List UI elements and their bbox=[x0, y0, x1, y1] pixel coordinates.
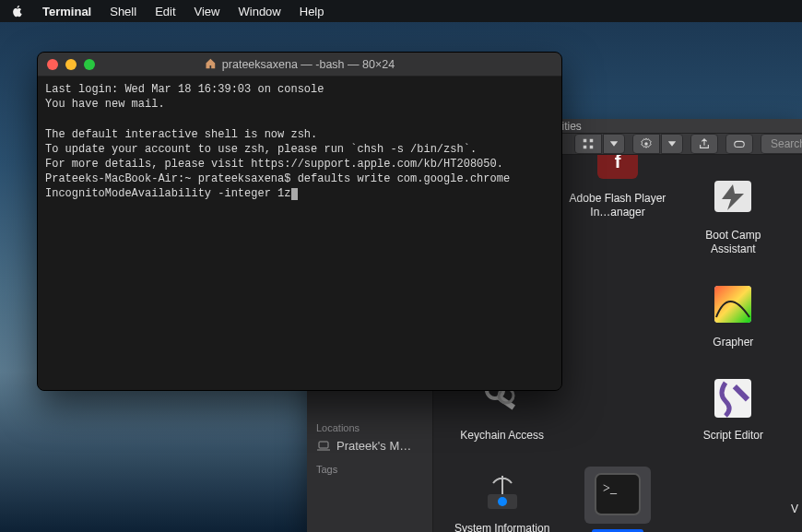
apple-menu-icon[interactable] bbox=[11, 5, 24, 18]
minimize-button[interactable] bbox=[65, 59, 77, 70]
app-label-partial: V bbox=[791, 502, 798, 515]
terminal-body[interactable]: Last login: Wed Mar 18 16:39:03 on conso… bbox=[38, 77, 561, 390]
svg-rect-1 bbox=[590, 139, 594, 143]
terminal-titlebar[interactable]: prateeksaxena — -bash — 80×24 bbox=[38, 53, 561, 77]
terminal-title: prateeksaxena — -bash — 80×24 bbox=[222, 58, 395, 71]
menubar-edit[interactable]: Edit bbox=[155, 5, 175, 18]
sidebar-tags-label: Tags bbox=[316, 464, 423, 475]
desktop: Utilities bbox=[0, 22, 802, 532]
window-controls bbox=[47, 59, 95, 70]
system-menubar: Terminal Shell Edit View Window Help bbox=[0, 0, 802, 22]
menubar-view[interactable]: View bbox=[195, 5, 220, 18]
terminal-line: Prateeks-MacBook-Air:~ prateeksaxena$ de… bbox=[45, 172, 516, 200]
terminal-line: The default interactive shell is now zsh… bbox=[45, 128, 317, 141]
view-icons-button[interactable] bbox=[574, 134, 602, 154]
app-script-editor[interactable]: Script Editor bbox=[682, 373, 784, 443]
app-bootcamp[interactable]: Boot Camp Assistant bbox=[682, 173, 784, 256]
action-gear-button[interactable] bbox=[632, 134, 660, 154]
sidebar-item-device[interactable]: Prateek's M… bbox=[316, 439, 423, 453]
app-grapher[interactable]: Grapher bbox=[682, 280, 784, 349]
menubar-app-name[interactable]: Terminal bbox=[42, 5, 91, 18]
app-label: Keychain Access bbox=[460, 429, 544, 443]
app-label: Adobe Flash Player In…anager bbox=[568, 192, 667, 219]
svg-point-22 bbox=[498, 497, 507, 506]
app-label: Boot Camp Assistant bbox=[683, 229, 783, 256]
terminal-line: You have new mail. bbox=[45, 98, 165, 111]
terminal-line: To update your account to use zsh, pleas… bbox=[45, 143, 477, 156]
terminal-line: For more details, please visit https://s… bbox=[45, 158, 503, 171]
sidebar-device-label: Prateek's M… bbox=[336, 439, 411, 453]
app-label: Script Editor bbox=[703, 429, 763, 443]
close-button[interactable] bbox=[47, 59, 58, 70]
app-label: Grapher bbox=[713, 336, 753, 349]
svg-rect-7 bbox=[319, 442, 328, 448]
app-terminal[interactable]: >_ Terminal bbox=[567, 467, 668, 532]
action-dropdown[interactable] bbox=[661, 134, 683, 154]
svg-rect-3 bbox=[590, 146, 594, 149]
svg-point-4 bbox=[644, 142, 648, 146]
menubar-shell[interactable]: Shell bbox=[110, 5, 136, 18]
svg-rect-15 bbox=[714, 286, 751, 323]
svg-text:f: f bbox=[615, 155, 621, 171]
search-placeholder: Search bbox=[771, 137, 802, 150]
terminal-line: Last login: Wed Mar 18 16:39:03 on conso… bbox=[45, 83, 324, 96]
terminal-cursor bbox=[291, 188, 298, 200]
home-icon bbox=[205, 57, 217, 72]
menubar-window[interactable]: Window bbox=[239, 5, 281, 18]
menubar-help[interactable]: Help bbox=[300, 5, 324, 18]
app-system-info[interactable]: System Information bbox=[452, 467, 553, 532]
view-dropdown[interactable] bbox=[603, 134, 625, 154]
svg-rect-5 bbox=[735, 141, 745, 147]
app-label: System Information bbox=[454, 522, 549, 532]
svg-rect-2 bbox=[584, 146, 587, 149]
svg-text:>_: >_ bbox=[603, 481, 618, 495]
svg-rect-0 bbox=[584, 139, 587, 143]
share-button[interactable] bbox=[690, 134, 718, 154]
zoom-button[interactable] bbox=[84, 59, 95, 70]
sidebar-locations-label: Locations bbox=[316, 422, 423, 433]
tags-button[interactable] bbox=[725, 134, 753, 154]
app-flash-player[interactable]: f Adobe Flash Player In…anager bbox=[567, 155, 668, 256]
laptop-icon bbox=[316, 441, 331, 452]
finder-search[interactable]: Search bbox=[761, 134, 802, 154]
terminal-window: prateeksaxena — -bash — 80×24 Last login… bbox=[37, 52, 562, 391]
